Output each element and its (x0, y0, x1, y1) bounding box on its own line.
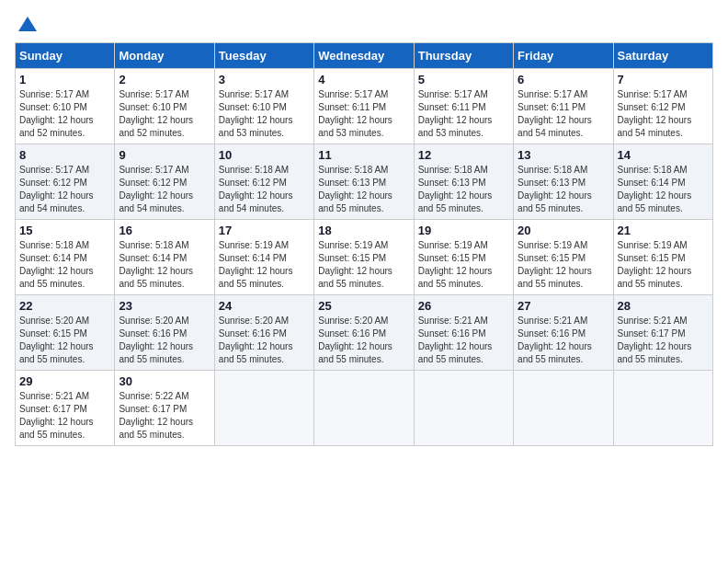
day-detail: Sunrise: 5:18 AMSunset: 6:14 PMDaylight:… (119, 240, 193, 289)
day-detail: Sunrise: 5:20 AMSunset: 6:16 PMDaylight:… (119, 316, 193, 364)
day-number: 13 (518, 148, 609, 162)
day-detail: Sunrise: 5:18 AMSunset: 6:14 PMDaylight:… (19, 240, 94, 289)
calendar-day-cell: 9 Sunrise: 5:17 AMSunset: 6:12 PMDayligh… (115, 144, 214, 220)
day-number: 22 (19, 299, 110, 313)
day-detail: Sunrise: 5:18 AMSunset: 6:14 PMDaylight:… (618, 165, 692, 213)
calendar-day-cell: 12 Sunrise: 5:18 AMSunset: 6:13 PMDaylig… (414, 144, 513, 220)
calendar-day-cell (414, 371, 513, 446)
calendar-day-cell: 17 Sunrise: 5:19 AMSunset: 6:14 PMDaylig… (214, 220, 313, 295)
day-number: 23 (119, 299, 210, 313)
calendar-day-cell: 20 Sunrise: 5:19 AMSunset: 6:15 PMDaylig… (514, 220, 613, 295)
day-detail: Sunrise: 5:17 AMSunset: 6:11 PMDaylight:… (418, 89, 493, 138)
day-number: 1 (19, 73, 110, 86)
calendar-body: 1 Sunrise: 5:17 AMSunset: 6:10 PMDayligh… (16, 69, 713, 446)
calendar-day-cell: 11 Sunrise: 5:18 AMSunset: 6:13 PMDaylig… (314, 144, 414, 220)
calendar-day-cell: 14 Sunrise: 5:18 AMSunset: 6:14 PMDaylig… (613, 144, 712, 220)
weekday-header-sunday: Sunday (16, 43, 115, 69)
day-number: 28 (618, 299, 709, 313)
day-detail: Sunrise: 5:20 AMSunset: 6:16 PMDaylight:… (219, 316, 293, 364)
day-number: 26 (418, 299, 509, 313)
calendar-day-cell: 4 Sunrise: 5:17 AMSunset: 6:11 PMDayligh… (314, 69, 414, 144)
day-number: 16 (119, 224, 210, 237)
calendar-day-cell: 24 Sunrise: 5:20 AMSunset: 6:16 PMDaylig… (214, 295, 313, 371)
day-detail: Sunrise: 5:18 AMSunset: 6:13 PMDaylight:… (418, 165, 493, 213)
day-number: 29 (19, 374, 110, 388)
calendar-day-cell (214, 371, 313, 446)
calendar-week-row: 1 Sunrise: 5:17 AMSunset: 6:10 PMDayligh… (16, 69, 713, 144)
calendar-day-cell (613, 371, 712, 446)
calendar-day-cell: 22 Sunrise: 5:20 AMSunset: 6:15 PMDaylig… (16, 295, 115, 371)
day-number: 14 (618, 148, 709, 162)
calendar-day-cell: 28 Sunrise: 5:21 AMSunset: 6:17 PMDaylig… (613, 295, 712, 371)
calendar-day-cell: 3 Sunrise: 5:17 AMSunset: 6:10 PMDayligh… (214, 69, 313, 144)
day-detail: Sunrise: 5:21 AMSunset: 6:17 PMDaylight:… (618, 316, 692, 364)
calendar-day-cell: 26 Sunrise: 5:21 AMSunset: 6:16 PMDaylig… (414, 295, 513, 371)
day-detail: Sunrise: 5:17 AMSunset: 6:11 PMDaylight:… (318, 89, 392, 138)
header (15, 15, 713, 33)
calendar-table: SundayMondayTuesdayWednesdayThursdayFrid… (15, 42, 713, 446)
day-number: 18 (318, 224, 409, 237)
calendar-day-cell: 21 Sunrise: 5:19 AMSunset: 6:15 PMDaylig… (613, 220, 712, 295)
day-detail: Sunrise: 5:17 AMSunset: 6:11 PMDaylight:… (518, 89, 592, 138)
day-detail: Sunrise: 5:18 AMSunset: 6:13 PMDaylight:… (518, 165, 592, 213)
day-number: 8 (19, 148, 110, 162)
day-detail: Sunrise: 5:19 AMSunset: 6:14 PMDaylight:… (219, 240, 293, 289)
day-number: 20 (518, 224, 609, 237)
day-number: 21 (618, 224, 709, 237)
calendar-day-cell: 13 Sunrise: 5:18 AMSunset: 6:13 PMDaylig… (514, 144, 613, 220)
day-detail: Sunrise: 5:19 AMSunset: 6:15 PMDaylight:… (518, 240, 592, 289)
weekday-header-wednesday: Wednesday (314, 43, 414, 69)
calendar-day-cell: 1 Sunrise: 5:17 AMSunset: 6:10 PMDayligh… (16, 69, 115, 144)
calendar-day-cell: 19 Sunrise: 5:19 AMSunset: 6:15 PMDaylig… (414, 220, 513, 295)
day-detail: Sunrise: 5:17 AMSunset: 6:10 PMDaylight:… (119, 89, 193, 138)
day-detail: Sunrise: 5:19 AMSunset: 6:15 PMDaylight:… (318, 240, 392, 289)
weekday-header-saturday: Saturday (613, 43, 712, 69)
calendar-day-cell: 6 Sunrise: 5:17 AMSunset: 6:11 PMDayligh… (514, 69, 613, 144)
day-detail: Sunrise: 5:20 AMSunset: 6:15 PMDaylight:… (19, 316, 94, 364)
calendar-week-row: 15 Sunrise: 5:18 AMSunset: 6:14 PMDaylig… (16, 220, 713, 295)
weekday-header-thursday: Thursday (414, 43, 513, 69)
calendar-day-cell: 25 Sunrise: 5:20 AMSunset: 6:16 PMDaylig… (314, 295, 414, 371)
calendar-week-row: 22 Sunrise: 5:20 AMSunset: 6:15 PMDaylig… (16, 295, 713, 371)
day-number: 24 (219, 299, 310, 313)
weekday-header-monday: Monday (115, 43, 214, 69)
day-number: 17 (219, 224, 310, 237)
day-number: 11 (318, 148, 409, 162)
day-number: 30 (119, 374, 210, 388)
calendar-day-cell: 5 Sunrise: 5:17 AMSunset: 6:11 PMDayligh… (414, 69, 513, 144)
weekday-header-tuesday: Tuesday (214, 43, 313, 69)
logo-icon (17, 15, 39, 37)
day-detail: Sunrise: 5:19 AMSunset: 6:15 PMDaylight:… (418, 240, 493, 289)
day-detail: Sunrise: 5:18 AMSunset: 6:13 PMDaylight:… (318, 165, 392, 213)
day-detail: Sunrise: 5:18 AMSunset: 6:12 PMDaylight:… (219, 165, 293, 213)
day-detail: Sunrise: 5:20 AMSunset: 6:16 PMDaylight:… (318, 316, 392, 364)
day-detail: Sunrise: 5:19 AMSunset: 6:15 PMDaylight:… (618, 240, 692, 289)
calendar-week-row: 8 Sunrise: 5:17 AMSunset: 6:12 PMDayligh… (16, 144, 713, 220)
calendar-day-cell: 16 Sunrise: 5:18 AMSunset: 6:14 PMDaylig… (115, 220, 214, 295)
calendar-day-cell: 23 Sunrise: 5:20 AMSunset: 6:16 PMDaylig… (115, 295, 214, 371)
calendar-day-cell: 18 Sunrise: 5:19 AMSunset: 6:15 PMDaylig… (314, 220, 414, 295)
day-detail: Sunrise: 5:17 AMSunset: 6:12 PMDaylight:… (119, 165, 193, 213)
day-detail: Sunrise: 5:17 AMSunset: 6:10 PMDaylight:… (19, 89, 94, 138)
calendar-day-cell: 27 Sunrise: 5:21 AMSunset: 6:16 PMDaylig… (514, 295, 613, 371)
calendar-day-cell (314, 371, 414, 446)
calendar-day-cell: 10 Sunrise: 5:18 AMSunset: 6:12 PMDaylig… (214, 144, 313, 220)
day-detail: Sunrise: 5:21 AMSunset: 6:17 PMDaylight:… (19, 391, 94, 440)
day-detail: Sunrise: 5:17 AMSunset: 6:12 PMDaylight:… (19, 165, 94, 213)
day-number: 27 (518, 299, 609, 313)
calendar-day-cell: 30 Sunrise: 5:22 AMSunset: 6:17 PMDaylig… (115, 371, 214, 446)
day-number: 5 (418, 73, 509, 86)
day-detail: Sunrise: 5:21 AMSunset: 6:16 PMDaylight:… (418, 316, 493, 364)
day-number: 6 (518, 73, 609, 86)
svg-marker-0 (18, 17, 37, 31)
calendar-day-cell: 8 Sunrise: 5:17 AMSunset: 6:12 PMDayligh… (16, 144, 115, 220)
weekday-header-friday: Friday (514, 43, 613, 69)
day-number: 9 (119, 148, 210, 162)
day-number: 25 (318, 299, 409, 313)
day-number: 3 (219, 73, 310, 86)
calendar-day-cell (514, 371, 613, 446)
weekday-header-row: SundayMondayTuesdayWednesdayThursdayFrid… (16, 43, 713, 69)
calendar-week-row: 29 Sunrise: 5:21 AMSunset: 6:17 PMDaylig… (16, 371, 713, 446)
day-number: 2 (119, 73, 210, 86)
day-detail: Sunrise: 5:21 AMSunset: 6:16 PMDaylight:… (518, 316, 592, 364)
